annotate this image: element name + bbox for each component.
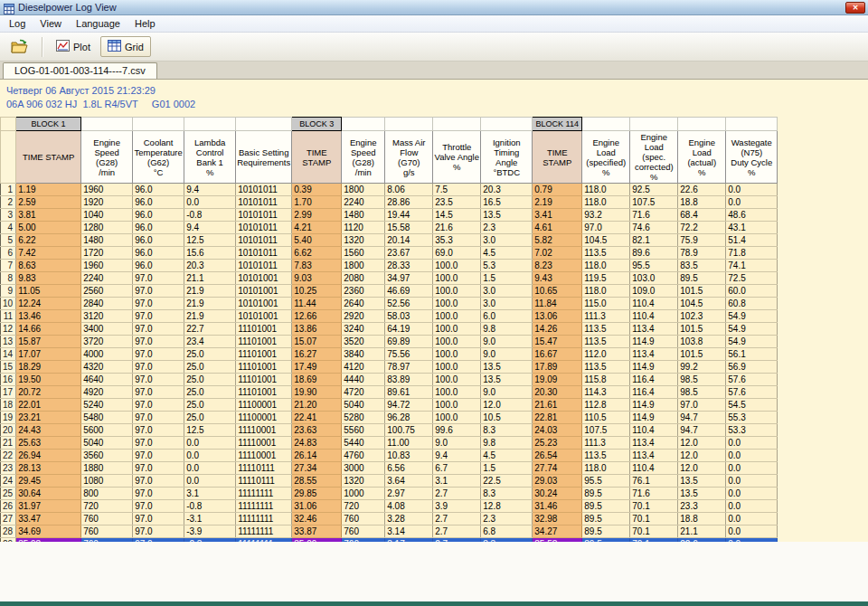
title-bar[interactable]: Dieselpower Log View ✕ xyxy=(0,0,868,15)
grid-cell[interactable]: 113.5 xyxy=(582,323,630,336)
grid-cell[interactable]: 97.0 xyxy=(133,437,184,450)
grid-cell[interactable]: 1040 xyxy=(81,209,133,222)
grid-cell[interactable]: 10101011 xyxy=(236,209,292,222)
grid-cell[interactable]: 10101011 xyxy=(236,247,292,260)
grid-cell[interactable]: 110.4 xyxy=(630,424,678,437)
row-number[interactable]: 24 xyxy=(1,475,16,488)
grid-cell[interactable]: 2920 xyxy=(342,310,385,323)
grid-cell[interactable]: 72.5 xyxy=(726,272,778,285)
row-number[interactable]: 16 xyxy=(1,374,16,386)
table-row[interactable]: 2733.4776097.0-3.11111111132.467603.282.… xyxy=(1,513,778,526)
grid-cell[interactable]: 11110001 xyxy=(236,450,292,462)
grid-cell[interactable]: 21.9 xyxy=(184,310,236,323)
grid-cell[interactable]: 64.19 xyxy=(385,323,433,336)
grid-cell[interactable]: 97.0 xyxy=(133,310,184,323)
grid-cell[interactable]: 70.1 xyxy=(630,526,678,538)
timestamp-cell[interactable]: 5.82 xyxy=(533,234,582,247)
timestamp-cell[interactable]: 9.43 xyxy=(533,272,582,285)
menu-help[interactable]: Help xyxy=(127,16,163,31)
grid-cell[interactable]: 3.0 xyxy=(481,285,533,298)
timestamp-cell[interactable]: 8.23 xyxy=(533,260,582,272)
table-row[interactable]: 2125.63504097.00.01111000124.83544011.00… xyxy=(1,437,778,450)
grid-cell[interactable]: 115.0 xyxy=(582,298,630,310)
timestamp-cell[interactable]: 1.70 xyxy=(292,196,342,209)
grid-cell[interactable]: 0.0 xyxy=(184,437,236,450)
table-row[interactable]: 1214.66340097.022.71110100113.86324064.1… xyxy=(1,323,778,336)
grid-cell[interactable]: 4440 xyxy=(342,374,385,386)
grid-cell[interactable]: 99.6 xyxy=(433,424,481,437)
row-number[interactable]: 22 xyxy=(1,450,16,462)
grid-cell[interactable]: 35.3 xyxy=(433,234,481,247)
grid-cell[interactable]: 2.97 xyxy=(385,488,433,500)
grid-cell[interactable]: 11111111 xyxy=(236,513,292,526)
grid-cell[interactable]: 3560 xyxy=(81,450,133,462)
timestamp-cell[interactable]: 31.06 xyxy=(292,500,342,513)
grid-cell[interactable]: 109.0 xyxy=(630,285,678,298)
grid-cell[interactable]: 104.5 xyxy=(582,234,630,247)
grid-cell[interactable]: 100.0 xyxy=(433,412,481,424)
row-number[interactable]: 12 xyxy=(1,323,16,336)
row-number[interactable]: 10 xyxy=(1,298,16,310)
timestamp-cell[interactable]: 12.66 xyxy=(292,310,342,323)
menu-language[interactable]: Language xyxy=(69,16,127,31)
grid-cell[interactable]: 48.6 xyxy=(726,209,778,222)
grid-cell[interactable]: 25.0 xyxy=(184,348,236,361)
grid-cell[interactable]: 12.5 xyxy=(184,234,236,247)
timestamp-cell[interactable]: 9.83 xyxy=(16,272,81,285)
grid-cell[interactable]: 9.4 xyxy=(433,450,481,462)
grid-cell[interactable]: 103.0 xyxy=(630,272,678,285)
grid-cell[interactable]: 13.5 xyxy=(481,361,533,374)
grid-cell[interactable]: 96.0 xyxy=(133,260,184,272)
grid-cell[interactable]: 54.5 xyxy=(726,399,778,412)
grid-cell[interactable]: 3.9 xyxy=(433,500,481,513)
grid-cell[interactable]: 97.0 xyxy=(133,488,184,500)
grid-cell[interactable]: 116.4 xyxy=(630,386,678,399)
grid-cell[interactable]: 13.5 xyxy=(678,475,726,488)
grid-cell[interactable]: 97.0 xyxy=(133,475,184,488)
grid-cell[interactable]: 0.0 xyxy=(184,475,236,488)
grid-cell[interactable]: 1000 xyxy=(342,488,385,500)
grid-cell[interactable]: 11100001 xyxy=(236,412,292,424)
grid-cell[interactable]: 55.3 xyxy=(726,412,778,424)
grid-cell[interactable]: 114.9 xyxy=(630,399,678,412)
timestamp-cell[interactable]: 9.03 xyxy=(292,272,342,285)
grid-cell[interactable]: 1920 xyxy=(81,196,133,209)
table-row[interactable]: 1315.87372097.023.41110100115.07352069.8… xyxy=(1,336,778,348)
grid-cell[interactable]: 54.9 xyxy=(726,323,778,336)
table-row[interactable]: 67.42172096.015.6101010116.62156023.6769… xyxy=(1,247,778,260)
grid-cell[interactable]: 21.9 xyxy=(184,285,236,298)
grid-cell[interactable]: 43.1 xyxy=(726,222,778,234)
grid-cell[interactable]: -0.8 xyxy=(184,209,236,222)
grid-cell[interactable]: 112.8 xyxy=(582,399,630,412)
timestamp-cell[interactable]: 0.79 xyxy=(533,184,582,196)
grid-cell[interactable]: 12.0 xyxy=(678,450,726,462)
grid-cell[interactable]: 2240 xyxy=(81,272,133,285)
grid-cell[interactable]: 5240 xyxy=(81,399,133,412)
grid-cell[interactable]: 100.0 xyxy=(433,336,481,348)
grid-cell[interactable]: 78.9 xyxy=(678,247,726,260)
grid-cell[interactable]: 15.6 xyxy=(184,247,236,260)
grid-cell[interactable]: 3840 xyxy=(342,348,385,361)
grid-cell[interactable]: 113.5 xyxy=(582,450,630,462)
timestamp-cell[interactable]: 31.97 xyxy=(16,500,81,513)
grid-cell[interactable]: 115.8 xyxy=(582,374,630,386)
timestamp-cell[interactable]: 24.43 xyxy=(16,424,81,437)
grid-cell[interactable]: 12.0 xyxy=(678,437,726,450)
grid-cell[interactable]: 1800 xyxy=(342,260,385,272)
timestamp-cell[interactable]: 28.13 xyxy=(16,462,81,475)
grid-cell[interactable]: 3400 xyxy=(81,323,133,336)
grid-cell[interactable]: 100.0 xyxy=(433,386,481,399)
grid-cell[interactable]: 97.0 xyxy=(133,412,184,424)
table-row[interactable]: 33.81104096.0-0.8101010112.99148019.4414… xyxy=(1,209,778,222)
grid-cell[interactable]: 800 xyxy=(81,488,133,500)
grid-cell[interactable]: 11110001 xyxy=(236,424,292,437)
grid-cell[interactable]: 116.4 xyxy=(630,374,678,386)
timestamp-cell[interactable]: 20.30 xyxy=(533,386,582,399)
grid-cell[interactable]: 3720 xyxy=(81,336,133,348)
grid-cell[interactable]: 93.2 xyxy=(582,209,630,222)
grid-cell[interactable]: 2.7 xyxy=(433,488,481,500)
row-number[interactable]: 21 xyxy=(1,437,16,450)
grid-cell[interactable]: 0.0 xyxy=(184,196,236,209)
grid-cell[interactable]: 113.5 xyxy=(582,247,630,260)
grid-cell[interactable]: 89.5 xyxy=(678,272,726,285)
